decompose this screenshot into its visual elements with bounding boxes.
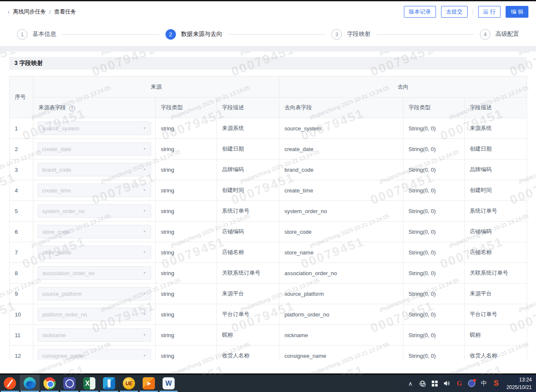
blue-flag-app-taskbar-button[interactable] [99,375,119,392]
target-desc-cell: 品牌编码 [465,160,527,180]
breadcrumb-item-view-task: 查看任务 [54,8,76,16]
step-connector [376,34,474,35]
version-history-button[interactable]: 版本记录 [404,6,436,18]
target-type-cell: String(0, 0) [403,180,465,201]
source-field-value: store_code [42,229,69,235]
source-type-cell: string [156,346,217,360]
step-label: 基本信息 [32,30,56,38]
source-field-select[interactable]: nickname▼ [38,328,151,342]
target-desc-cell: 昵称 [465,325,527,346]
step-4[interactable]: 4高级配置 [480,29,519,40]
source-field-select[interactable]: store_name▼ [38,246,151,259]
tray-expand-icon[interactable]: ∧ [405,375,416,392]
row-index: 1 [10,118,33,139]
g-app-tray-icon[interactable]: G [454,375,465,392]
target-type-cell: String(0, 0) [403,346,465,360]
chat-app-taskbar-button[interactable] [60,375,79,392]
source-type-cell: string [156,222,217,242]
breadcrumb: ‹ 离线同步任务 / 查看任务 [8,8,76,16]
target-desc-cell: 店铺编码 [465,222,527,242]
step-connector [228,34,326,35]
col-header-target-type: 字段类型 [403,97,465,118]
target-type-cell: String(0, 0) [403,304,465,325]
sogou-tray-icon[interactable]: S [491,375,501,392]
source-field-select[interactable]: create_date▼ [38,142,151,156]
taskbar-apps: XUE➤W [0,375,179,392]
source-field-select[interactable]: source_platform▼ [38,287,151,300]
word-app-icon: W [162,377,175,389]
step-2[interactable]: 2数据来源与去向 [165,29,222,40]
edit-button[interactable]: 编 辑 [506,6,528,18]
chevron-down-icon: ▼ [143,230,146,233]
target-type-cell: String(0, 0) [403,263,465,284]
source-field-select[interactable]: association_order_no▼ [38,266,151,280]
chevron-down-icon: ▼ [143,127,146,130]
source-field-select[interactable]: source_system▼ [38,122,151,135]
target-type-cell: String(0, 0) [403,242,465,263]
group-header-source: 来源 [33,76,279,97]
col-header-source-desc: 字段描述 [217,97,279,118]
source-field-value: create_time [42,187,71,194]
source-field-cell: store_name▼ [33,242,156,263]
edge-taskbar-button[interactable] [20,375,40,392]
row-index: 2 [10,139,33,160]
source-desc-cell: 来源系统 [217,118,279,139]
ime-indicator[interactable]: 中 [479,375,489,392]
main-content: 3 字段映射 序号 来源 去向 来源表字段 ? 字段类型 [0,51,536,373]
source-field-value: brand_code [42,167,71,173]
chevron-down-icon: ▼ [143,147,146,151]
source-field-value: store_name [42,249,71,256]
step-1[interactable]: 1基本信息 [17,29,56,40]
ultraedit-taskbar-button[interactable]: UE [119,375,139,392]
source-field-cell: source_system▼ [33,118,156,139]
network-icon[interactable] [417,375,428,392]
source-desc-cell: 收货人名称 [217,346,279,360]
source-type-cell: string [156,325,217,346]
breadcrumb-item-task-list[interactable]: 离线同步任务 [13,8,46,16]
source-field-select[interactable]: system_order_no▼ [38,204,151,218]
run-button[interactable]: 运 行 [478,6,501,18]
table-row: 1source_system▼string来源系统source_systemSt… [10,118,527,139]
target-desc-cell: 来源系统 [465,118,527,139]
col-header-index: 序号 [10,76,33,118]
message-app-tray-icon[interactable] [466,375,477,392]
step-3[interactable]: 3字段映射 [331,29,371,40]
help-icon[interactable]: ? [69,105,75,111]
table-row: 12consignee_name▼string收货人名称consignee_na… [10,346,527,360]
content-scroll-area[interactable]: 3 字段映射 序号 来源 去向 来源表字段 ? 字段类型 [0,51,536,360]
target-type-cell: String(0, 0) [403,222,465,242]
target-desc-cell: 平台订单号 [465,304,527,325]
excel-taskbar-button[interactable]: X [79,375,99,392]
row-index: 8 [10,263,33,284]
source-field-select[interactable]: brand_code▼ [38,163,151,176]
source-field-cell: store_code▼ [33,222,156,242]
word-app-taskbar-button[interactable]: W [159,375,179,392]
source-field-select[interactable]: platform_order_no▼ [38,308,151,321]
table-row: 3brand_code▼string品牌编码brand_codeString(0… [10,160,527,180]
input-workspace-icon[interactable] [430,375,440,392]
section-title: 3 字段映射 [9,57,527,70]
source-field-select[interactable]: store_code▼ [38,225,151,238]
source-desc-cell: 店铺名称 [217,242,279,263]
target-type-cell: String(0, 0) [403,284,465,304]
app-orange-pen-taskbar-button[interactable] [0,375,20,392]
source-field-cell: create_date▼ [33,139,156,160]
volume-icon[interactable] [442,375,452,392]
step-number: 4 [480,29,490,40]
source-field-cell: source_platform▼ [33,284,156,304]
clock-time: 13:24 [506,376,532,384]
source-type-cell: string [156,139,217,160]
edge-icon [24,377,36,389]
target-type-cell: String(0, 0) [403,325,465,346]
source-field-select[interactable]: consignee_name▼ [38,349,151,360]
chrome-taskbar-button[interactable] [40,375,60,392]
source-field-select[interactable]: create_time▼ [38,184,151,197]
col-header-source-field-text: 来源表字段 [38,104,66,111]
target-type-cell: String(0, 0) [403,160,465,180]
mail-app-taskbar-button[interactable]: ➤ [139,375,159,392]
row-index: 10 [10,304,33,325]
back-chevron-icon[interactable]: ‹ [8,8,10,15]
taskbar-clock[interactable]: 13:24 2025/10/21 [506,376,532,391]
row-index: 6 [10,222,33,242]
submit-button[interactable]: 去提交 [441,6,468,18]
